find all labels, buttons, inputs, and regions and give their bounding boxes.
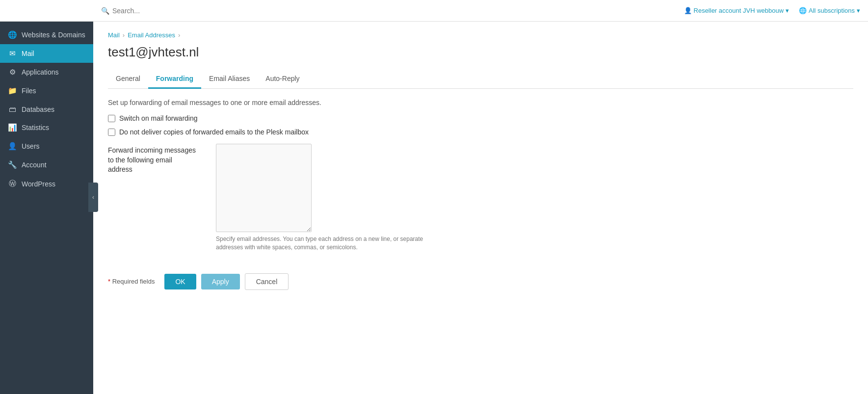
ok-button[interactable]: OK <box>164 274 196 289</box>
breadcrumb-sep-1: › <box>123 31 125 39</box>
sidebar-item-users[interactable]: 👤 Users <box>0 137 93 156</box>
switch-forwarding-label[interactable]: Switch on mail forwarding <box>119 114 198 122</box>
sidebar-item-databases[interactable]: 🗃 Databases <box>0 100 93 118</box>
tabs-bar: General Forwarding Email Aliases Auto-Re… <box>108 70 853 89</box>
required-note: * Required fields <box>108 278 155 285</box>
files-icon: 📁 <box>8 86 17 95</box>
apply-button[interactable]: Apply <box>201 274 240 289</box>
tab-general[interactable]: General <box>108 70 148 89</box>
websites-icon: 🌐 <box>8 30 17 39</box>
sidebar-label-websites-domains: Websites & Domains <box>22 31 85 39</box>
topbar-right: 👤 Reseller account JVH webbouw ▾ 🌐 All s… <box>684 7 860 14</box>
no-copy-row: Do not deliver copies of forwarded email… <box>108 128 853 136</box>
forward-hint: Specify email addresses. You can type ea… <box>216 235 432 252</box>
switch-forwarding-checkbox[interactable] <box>108 115 115 122</box>
chevron-down-icon-2: ▾ <box>857 7 860 14</box>
topbar: 🔍 👤 Reseller account JVH webbouw ▾ 🌐 All… <box>0 0 868 22</box>
switch-forwarding-row: Switch on mail forwarding <box>108 114 853 122</box>
account-menu[interactable]: 👤 Reseller account JVH webbouw ▾ <box>684 7 789 14</box>
forward-address-textarea[interactable] <box>216 144 312 232</box>
required-label: Required fields <box>112 278 155 285</box>
breadcrumb-email-addresses[interactable]: Email Addresses <box>128 31 175 39</box>
forward-label-line3: address <box>108 165 132 173</box>
databases-icon: 🗃 <box>8 105 17 113</box>
users-icon: 👤 <box>8 142 17 151</box>
forwarding-form: Set up forwarding of email messages to o… <box>108 99 853 290</box>
forward-label-line1: Forward incoming messages <box>108 146 196 154</box>
sidebar-item-statistics[interactable]: 📊 Statistics <box>0 118 93 137</box>
no-copy-checkbox[interactable] <box>108 129 115 136</box>
forward-field: Specify email addresses. You can type ea… <box>216 144 432 252</box>
form-description: Set up forwarding of email messages to o… <box>108 99 853 106</box>
sidebar-label-statistics: Statistics <box>22 124 49 131</box>
cancel-button[interactable]: Cancel <box>245 273 289 290</box>
sidebar-item-files[interactable]: 📁 Files <box>0 81 93 100</box>
sidebar-label-files: Files <box>22 87 36 95</box>
tab-forwarding[interactable]: Forwarding <box>148 70 201 89</box>
wordpress-icon: Ⓦ <box>8 179 17 188</box>
chevron-down-icon: ▾ <box>786 7 789 14</box>
sidebar-label-account: Account <box>22 161 47 169</box>
forward-address-row: Forward incoming messages to the followi… <box>108 144 853 252</box>
sidebar-label-applications: Applications <box>22 68 59 76</box>
tab-email-aliases[interactable]: Email Aliases <box>201 70 258 89</box>
sidebar-item-websites-domains[interactable]: 🌐 Websites & Domains <box>0 26 93 44</box>
sidebar-label-users: Users <box>22 142 40 150</box>
search-input[interactable] <box>112 7 210 15</box>
globe-icon: 🌐 <box>799 7 807 14</box>
sidebar-item-mail[interactable]: ✉ Mail <box>0 44 93 63</box>
forward-label-line2: to the following email <box>108 156 172 164</box>
page-title: test1@jvhtest.nl <box>108 45 853 60</box>
forward-label: Forward incoming messages to the followi… <box>108 144 206 175</box>
search-bar[interactable]: 🔍 <box>101 7 684 15</box>
sidebar-label-databases: Databases <box>22 105 54 113</box>
no-copy-label[interactable]: Do not deliver copies of forwarded email… <box>119 128 309 136</box>
statistics-icon: 📊 <box>8 123 17 132</box>
required-star: * <box>108 278 112 285</box>
main-content: Mail › Email Addresses › test1@jvhtest.n… <box>93 22 868 394</box>
breadcrumb-sep-2: › <box>178 31 180 39</box>
tab-auto-reply[interactable]: Auto-Reply <box>258 70 307 89</box>
sidebar-label-wordpress: WordPress <box>22 180 55 188</box>
sidebar-item-wordpress[interactable]: Ⓦ WordPress <box>0 174 93 193</box>
subscriptions-menu[interactable]: 🌐 All subscriptions ▾ <box>799 7 860 14</box>
sidebar-nav: 🌐 Websites & Domains ✉ Mail ⚙ Applicatio… <box>0 22 93 394</box>
breadcrumb-mail[interactable]: Mail <box>108 31 120 39</box>
sidebar-item-account[interactable]: 🔧 Account <box>0 156 93 174</box>
applications-icon: ⚙ <box>8 68 17 77</box>
mail-icon: ✉ <box>8 49 17 58</box>
user-icon: 👤 <box>684 7 692 14</box>
sidebar: ☁ JVH hosting 🌐 Websites & Domains ✉ Mai… <box>0 0 93 394</box>
breadcrumb: Mail › Email Addresses › <box>108 31 853 39</box>
sidebar-collapse-button[interactable]: ‹ <box>88 183 98 212</box>
account-icon: 🔧 <box>8 160 17 169</box>
sidebar-label-mail: Mail <box>22 50 34 57</box>
search-icon: 🔍 <box>101 7 109 15</box>
sidebar-item-applications[interactable]: ⚙ Applications <box>0 63 93 81</box>
form-actions: * Required fields OK Apply Cancel <box>108 265 853 290</box>
